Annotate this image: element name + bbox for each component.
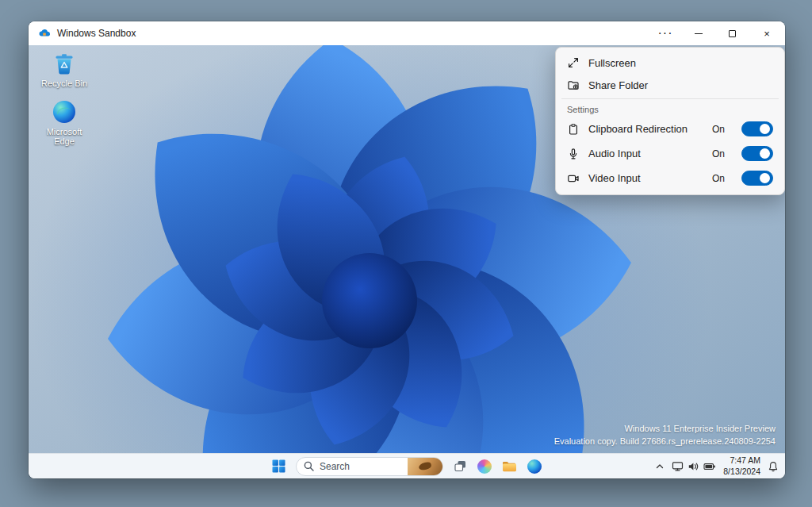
- copilot-icon: [477, 459, 492, 474]
- task-view-icon: [454, 459, 467, 473]
- video-input-toggle[interactable]: [741, 171, 773, 186]
- menu-item-video-input: Video Input On: [560, 166, 780, 190]
- taskbar-center: Search: [272, 454, 542, 478]
- setting-state: On: [712, 148, 725, 159]
- battery-icon: [703, 461, 716, 472]
- titlebar[interactable]: Windows Sandbox ··· ×: [29, 21, 785, 45]
- setting-state: On: [712, 173, 725, 184]
- file-explorer-icon: [502, 460, 517, 473]
- toggle-knob: [760, 124, 770, 134]
- tray-clock: 7:47 AM 8/13/2024: [723, 455, 760, 477]
- maximize-button[interactable]: [715, 21, 749, 45]
- setting-state: On: [712, 124, 725, 135]
- maximize-icon: [729, 30, 736, 37]
- window-title: Windows Sandbox: [57, 28, 136, 39]
- menu-item-fullscreen[interactable]: Fullscreen: [560, 52, 780, 74]
- notification-bell-icon: [768, 461, 779, 472]
- setting-label: Audio Input: [588, 148, 641, 159]
- desktop-icon-microsoft-edge[interactable]: Microsoft Edge: [36, 98, 92, 147]
- sandbox-client-area: Recycle Bin: [29, 45, 785, 478]
- desktop-icon-label: Microsoft Edge: [36, 127, 92, 147]
- tray-status-group[interactable]: [672, 461, 716, 472]
- desktop-icons: Recycle Bin: [36, 50, 92, 156]
- setting-label: Video Input: [588, 172, 641, 184]
- desktop-icon-label: Recycle Bin: [36, 79, 92, 89]
- copilot-button[interactable]: [477, 459, 492, 474]
- minimize-icon: [695, 33, 703, 34]
- speaker-icon: [688, 461, 699, 472]
- chevron-up-icon: [655, 462, 665, 471]
- menu-item-audio-input: Audio Input On: [560, 141, 780, 166]
- tray-time: 7:47 AM: [723, 455, 760, 467]
- camera-icon: [567, 172, 580, 185]
- search-icon: [304, 461, 314, 471]
- evaluation-watermark: Windows 11 Enterprise Insider Preview Ev…: [554, 423, 776, 448]
- windows-sandbox-app-icon: [38, 27, 51, 40]
- more-options-button[interactable]: ···: [649, 21, 682, 45]
- watermark-line1: Windows 11 Enterprise Insider Preview: [554, 423, 776, 436]
- share-folder-icon: [567, 79, 580, 91]
- network-display-icon: [672, 461, 684, 472]
- sandbox-taskbar: Search: [29, 453, 785, 478]
- toggle-knob: [760, 173, 770, 183]
- audio-input-toggle[interactable]: [741, 146, 773, 161]
- system-tray: 7:47 AM 8/13/2024: [655, 454, 779, 478]
- menu-item-clipboard-redirection: Clipboard Redirection On: [560, 117, 780, 141]
- search-box[interactable]: Search: [296, 457, 443, 476]
- menu-item-label: Share Folder: [588, 79, 648, 91]
- fullscreen-icon: [567, 56, 580, 69]
- start-button[interactable]: [272, 459, 285, 473]
- menu-section-label: Settings: [560, 102, 780, 117]
- close-button[interactable]: ×: [749, 21, 785, 45]
- watermark-line2: Evaluation copy. Build 27686.rs_prerelea…: [554, 436, 776, 448]
- host-desktop: Windows Sandbox ··· ×: [0, 0, 812, 507]
- tray-date: 8/13/2024: [723, 467, 760, 478]
- clipboard-icon: [567, 123, 580, 136]
- tray-overflow-button[interactable]: [655, 462, 665, 471]
- microphone-icon: [567, 148, 580, 160]
- sandbox-options-menu: Fullscreen Share Folder Settings: [555, 47, 785, 195]
- menu-divider: [561, 98, 779, 99]
- desktop-icon-recycle-bin[interactable]: Recycle Bin: [36, 50, 92, 89]
- windows-sandbox-window: Windows Sandbox ··· ×: [29, 21, 785, 478]
- menu-item-label: Fullscreen: [588, 57, 636, 69]
- toggle-knob: [760, 148, 770, 159]
- window-controls: ··· ×: [649, 21, 785, 45]
- close-icon: ×: [764, 28, 770, 40]
- edge-taskbar-icon: [527, 459, 542, 474]
- minimize-button[interactable]: [682, 21, 715, 45]
- notifications-button[interactable]: [768, 461, 779, 472]
- menu-item-share-folder[interactable]: Share Folder: [560, 74, 780, 96]
- edge-taskbar-button[interactable]: [527, 459, 542, 474]
- search-label: Search: [320, 461, 350, 472]
- setting-label: Clipboard Redirection: [588, 123, 688, 135]
- search-daily-image: [408, 457, 442, 476]
- more-options-icon: ···: [658, 29, 673, 37]
- clock-button[interactable]: 7:47 AM 8/13/2024: [723, 455, 760, 477]
- task-view-button[interactable]: [454, 459, 467, 473]
- sandbox-desktop[interactable]: Recycle Bin: [29, 45, 785, 453]
- recycle-bin-icon: [51, 50, 78, 77]
- edge-icon: [51, 98, 78, 125]
- file-explorer-button[interactable]: [502, 460, 517, 473]
- windows-logo-icon: [272, 459, 285, 473]
- clipboard-redirection-toggle[interactable]: [741, 121, 773, 136]
